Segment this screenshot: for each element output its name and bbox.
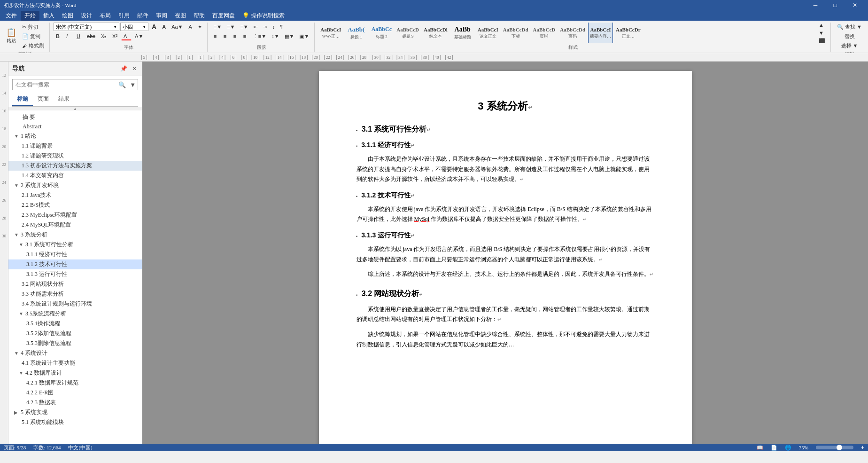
- read-view-button[interactable]: 📖: [757, 445, 763, 451]
- find-button[interactable]: 🔍 查找 ▼: [835, 23, 864, 31]
- nav-item-3-1-2[interactable]: 3.1.2 技术可行性: [8, 259, 142, 269]
- nav-item-3-1-3[interactable]: 3.1.3 运行可行性: [8, 269, 142, 279]
- menu-layout[interactable]: 布局: [96, 11, 115, 21]
- nav-item-4-1[interactable]: 4.1 系统设计主要功能: [8, 358, 142, 368]
- nav-item-3-3[interactable]: 3.3 功能需求分析: [8, 289, 142, 299]
- nav-item-4-2-3[interactable]: 4.2.3 数据表: [8, 398, 142, 408]
- decrease-indent-button[interactable]: ⇤: [251, 23, 260, 31]
- show-marks-button[interactable]: ¶: [278, 23, 285, 31]
- nav-close-button[interactable]: ✕: [131, 65, 138, 72]
- nav-item-5-1[interactable]: 5.1 系统功能模块: [8, 417, 142, 427]
- style-biaoti1[interactable]: AaBb( 标题 1: [344, 23, 368, 43]
- zoom-thumb[interactable]: [837, 445, 842, 450]
- cut-button[interactable]: ✂ 剪切: [20, 23, 46, 31]
- superscript-button[interactable]: X²: [110, 32, 120, 40]
- font-size-dropdown[interactable]: 小四 ▼: [120, 23, 148, 31]
- nav-item-3-5-3[interactable]: 3.5.3删除信息流程: [8, 338, 142, 348]
- bold-button[interactable]: B: [54, 32, 63, 40]
- nav-pin-button[interactable]: 📌: [119, 65, 129, 72]
- menu-design[interactable]: 设计: [77, 11, 96, 21]
- styles-up-button[interactable]: ▲: [816, 23, 828, 29]
- style-wenben[interactable]: AaBbCcDl 纯文本: [422, 23, 450, 43]
- nav-item-4-2[interactable]: ▼ 4.2 数据库设计: [8, 368, 142, 378]
- menu-draw[interactable]: 绘图: [58, 11, 77, 21]
- nav-item-2-2[interactable]: 2.2 B/S模式: [8, 200, 142, 210]
- nav-item-3-1[interactable]: ▼ 3.1 系统可行性分析: [8, 240, 142, 250]
- shading-button[interactable]: ▦▼: [282, 32, 297, 40]
- nav-search-input[interactable]: [13, 81, 116, 88]
- nav-item-zhaiyao[interactable]: 摘 要: [8, 112, 142, 122]
- menu-references[interactable]: 引用: [115, 11, 133, 21]
- nav-collapse-bar[interactable]: ▲: [8, 107, 142, 110]
- style-xia[interactable]: AaBbCcDd 下标: [501, 23, 530, 43]
- menu-insert[interactable]: 插入: [39, 11, 58, 21]
- nav-item-5[interactable]: ▶ 5 系统实现: [8, 408, 142, 417]
- nav-tab-pages[interactable]: 页面: [33, 93, 54, 106]
- nav-search-button[interactable]: 🔍: [116, 81, 128, 88]
- font-name-dropdown[interactable]: 宋体 (中文正文) ▼: [54, 23, 119, 31]
- nav-item-1-4[interactable]: 1.4 本文研究内容: [8, 171, 142, 180]
- style-yema[interactable]: AaBbCcDd 页码: [558, 23, 587, 43]
- font-grow-button[interactable]: A: [149, 23, 159, 31]
- maximize-button[interactable]: □: [826, 0, 845, 10]
- nav-item-2[interactable]: ▼ 2 系统开发环境: [8, 180, 142, 190]
- menu-baidu[interactable]: 百度网盘: [209, 11, 239, 21]
- format-painter-button[interactable]: 🖌 格式刷: [20, 41, 46, 50]
- style-lunwen[interactable]: AaBbCcI 论文正文: [476, 23, 500, 43]
- align-left-button[interactable]: ≡: [211, 32, 221, 40]
- nav-item-1-3[interactable]: 1.3 初步设计方法与实施方案: [8, 161, 142, 171]
- nav-item-4-2-1[interactable]: 4.2.1 数据库设计规范: [8, 378, 142, 388]
- nav-item-2-1[interactable]: 2.1 Java技术: [8, 190, 142, 200]
- nav-search[interactable]: 🔍 ▼: [12, 79, 138, 90]
- nav-item-1-1[interactable]: 1.1 课题背景: [8, 141, 142, 151]
- menu-search-tips[interactable]: 💡 操作说明搜索: [239, 11, 288, 21]
- minimize-button[interactable]: ─: [806, 0, 825, 10]
- styles-down-button[interactable]: ▼: [816, 29, 828, 37]
- replace-button[interactable]: 替换: [842, 32, 857, 40]
- nav-item-2-4[interactable]: 2.4 MySQL环境配置: [8, 220, 142, 230]
- nav-tab-headings[interactable]: 标题: [12, 93, 33, 106]
- change-case-button[interactable]: Aa▼: [169, 23, 185, 31]
- nav-item-3-1-1[interactable]: 3.1.1 经济可行性: [8, 250, 142, 259]
- style-ww-zheng[interactable]: AaBbCcI WW-正…: [318, 23, 343, 43]
- nav-item-3-5[interactable]: ▼ 3.5系统流程分析: [8, 309, 142, 319]
- menu-help[interactable]: 帮助: [190, 11, 209, 21]
- nav-tab-results[interactable]: 结果: [54, 93, 74, 106]
- nav-item-abstract[interactable]: Abstract: [8, 122, 142, 131]
- align-justify-button[interactable]: ≡: [241, 32, 250, 40]
- style-zhaiyao[interactable]: AaBbCcI 摘要内容…: [588, 23, 613, 43]
- increase-indent-button[interactable]: ⇥: [261, 23, 270, 31]
- menu-home[interactable]: 开始: [21, 11, 39, 21]
- nav-item-1-2[interactable]: 1.2 课题研究现状: [8, 151, 142, 161]
- nav-item-4[interactable]: ▼ 4 系统设计: [8, 348, 142, 358]
- style-zheng[interactable]: AaBbCcDr 正文…: [614, 23, 643, 43]
- align-right-button[interactable]: ≡: [231, 32, 240, 40]
- copy-button[interactable]: 📄 复制: [20, 32, 46, 40]
- select-button[interactable]: 选择 ▼: [839, 41, 860, 50]
- font-shrink-button[interactable]: A: [160, 23, 168, 31]
- close-button[interactable]: ✕: [845, 0, 864, 10]
- border-button[interactable]: ▣▼: [297, 32, 311, 40]
- nav-item-4-2-2[interactable]: 4.2.2 E-R图: [8, 388, 142, 398]
- text-shading-btn[interactable]: A▼: [132, 32, 146, 40]
- line-spacing-button[interactable]: ↕▼: [269, 32, 281, 40]
- nav-item-3-5-1[interactable]: 3.5.1操作流程: [8, 319, 142, 329]
- zoom-in-button[interactable]: +: [861, 444, 864, 451]
- subscript-button[interactable]: X₂: [99, 32, 109, 40]
- nav-item-3-4[interactable]: 3.4 系统设计规则与运行环境: [8, 299, 142, 309]
- text-highlight-button[interactable]: A: [186, 23, 194, 31]
- nav-search-options-button[interactable]: ▼: [128, 81, 138, 88]
- clear-format-button[interactable]: ✦: [195, 23, 204, 31]
- paste-button[interactable]: 📋 粘贴: [4, 24, 19, 48]
- style-biaoti2[interactable]: AaBbCc 标题 2: [369, 23, 394, 43]
- col-button[interactable]: ⋮≡▼: [251, 32, 269, 40]
- styles-more-button[interactable]: ⬛: [816, 37, 828, 43]
- style-jichu-biaoti[interactable]: AaBb 基础标题: [450, 23, 475, 43]
- bullet-list-button[interactable]: ≡▼: [211, 23, 224, 31]
- nav-item-3-5-2[interactable]: 3.5.2添加信息流程: [8, 329, 142, 338]
- nav-item-2-3[interactable]: 2.3 MyEclipse环境配置: [8, 210, 142, 220]
- font-color-btn[interactable]: A: [121, 32, 132, 40]
- align-center-button[interactable]: ≡: [221, 32, 231, 40]
- style-yeji[interactable]: AaBbCcD 页脚: [531, 23, 558, 43]
- style-biaoti9[interactable]: AaBbCcD 标题 9: [395, 23, 421, 43]
